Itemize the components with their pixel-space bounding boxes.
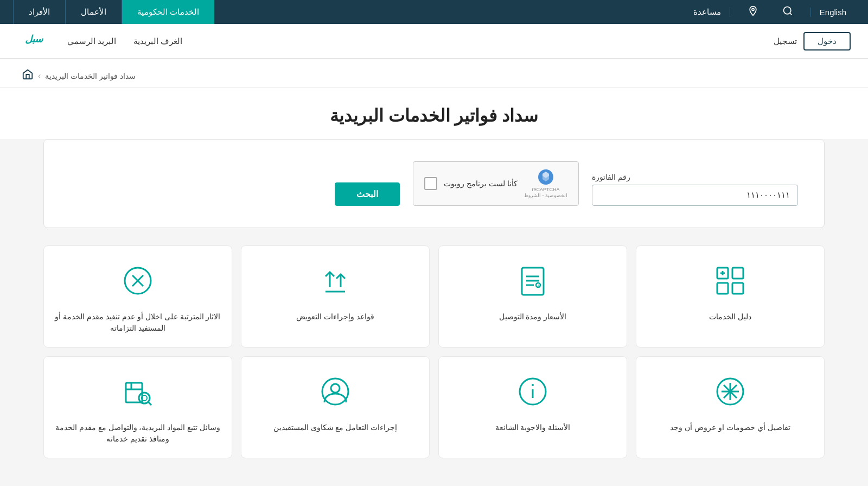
search-icon[interactable] — [776, 5, 800, 19]
svg-point-29 — [532, 384, 534, 386]
tab-business[interactable]: الأعمال — [65, 0, 122, 24]
card-prices-delivery-label: الأسعار ومدة التوصيل — [499, 311, 567, 323]
card-services-guide[interactable]: دليل الخدمات — [636, 245, 825, 348]
cards-section: دليل الخدمات ! الأسعار ومدة التوصيل — [0, 245, 868, 476]
svg-text:سبل: سبل — [25, 34, 44, 45]
breadcrumb: سداد فواتير الخدمات البريدية › — [0, 59, 868, 88]
card-compensation-label: قواعد وإجراءات التعويض — [296, 311, 374, 323]
breadcrumb-separator: › — [38, 71, 41, 81]
card-compensation[interactable]: قواعد وإجراءات التعويض — [241, 245, 430, 348]
official-mail-link[interactable]: البريد الرسمي — [67, 36, 116, 46]
top-nav-tabs: الخدمات الحكومية الأعمال الأفراد — [13, 0, 214, 24]
svg-point-0 — [783, 7, 790, 14]
svg-point-2 — [752, 8, 754, 10]
card-faq-label: الأسئلة والاجوبة الشائعة — [495, 422, 571, 433]
card-offers[interactable]: تفاصيل أي خصومات او عروض أن وجد — [636, 356, 825, 458]
help-link[interactable]: مساعدة — [685, 7, 730, 17]
svg-point-30 — [322, 378, 348, 405]
secondary-navigation: دخول تسجيل الغرف البريدية البريد الرسمي … — [0, 24, 868, 59]
tab-government[interactable]: الخدمات الحكومية — [122, 0, 214, 24]
card-complaints[interactable]: إجراءات التعامل مع شكاوى المستفيدين — [241, 356, 430, 458]
asterisk-icon — [713, 374, 748, 413]
invoice-field-group: رقم الفاتورة — [592, 173, 798, 206]
invoice-label: رقم الفاتورة — [592, 173, 630, 181]
info-circle-icon — [515, 374, 550, 413]
cards-grid: دليل الخدمات ! الأسعار ومدة التوصيل — [43, 245, 825, 458]
location-icon[interactable] — [741, 5, 765, 19]
card-breach-effects-label: الاثار المترتبة على اخلال أو عدم تنفيذ م… — [55, 311, 221, 334]
card-offers-label: تفاصيل أي خصومات او عروض أن وجد — [670, 422, 790, 433]
svg-rect-5 — [732, 268, 743, 279]
card-services-guide-label: دليل الخدمات — [709, 311, 751, 323]
box-search-icon — [120, 374, 155, 413]
svg-rect-6 — [717, 283, 728, 294]
login-button[interactable]: دخول — [803, 32, 851, 51]
spl-logo: سبل — [17, 28, 50, 54]
receipt-icon: ! — [515, 263, 550, 302]
breadcrumb-home[interactable] — [22, 68, 34, 83]
recaptcha-logo: reCAPTCHAالخصوصية - الشروط — [524, 168, 567, 199]
secondary-nav-right: الغرف البريدية البريد الرسمي سبل — [17, 28, 182, 54]
user-circle-icon — [318, 374, 353, 413]
postal-rooms-link[interactable]: الغرف البريدية — [133, 36, 182, 46]
recaptcha-brand: reCAPTCHAالخصوصية - الشروط — [524, 187, 567, 199]
english-link[interactable]: English — [810, 8, 855, 17]
invoice-input[interactable] — [592, 185, 798, 206]
secondary-nav-left: دخول تسجيل — [774, 32, 851, 51]
svg-line-36 — [148, 402, 151, 405]
card-tracking-label: وسائل تتبع المواد البريدية، والتواصل مع … — [55, 422, 221, 445]
svg-text:!: ! — [538, 283, 539, 288]
upload-arrows-icon — [318, 263, 353, 302]
svg-rect-7 — [732, 283, 743, 294]
breadcrumb-current: سداد فواتير الخدمات البريدية — [45, 72, 136, 80]
svg-point-31 — [331, 384, 340, 393]
card-faq[interactable]: الأسئلة والاجوبة الشائعة — [438, 356, 627, 458]
page-title: سداد فواتير الخدمات البريدية — [22, 105, 846, 126]
card-complaints-label: إجراءات التعامل مع شكاوى المستفيدين — [273, 422, 398, 433]
search-form: البحث reCAPTCHAالخصوصية - الشروط كأنا لس… — [43, 139, 825, 228]
svg-line-1 — [790, 12, 792, 15]
recaptcha-text: كأنا لست برنامج روبوت — [444, 179, 518, 188]
search-button[interactable]: البحث — [335, 182, 400, 206]
recaptcha-checkbox[interactable] — [424, 177, 437, 190]
register-button[interactable]: تسجيل — [774, 36, 797, 46]
card-breach-effects[interactable]: الاثار المترتبة على اخلال أو عدم تنفيذ م… — [43, 245, 232, 348]
card-tracking[interactable]: وسائل تتبع المواد البريدية، والتواصل مع … — [43, 356, 232, 458]
page-title-area: سداد فواتير الخدمات البريدية — [0, 88, 868, 139]
tab-individuals[interactable]: الأفراد — [13, 0, 65, 24]
card-prices-delivery[interactable]: ! الأسعار ومدة التوصيل — [438, 245, 627, 348]
top-nav-left: English مساعدة — [685, 5, 855, 19]
grid-icon — [713, 263, 748, 302]
recaptcha-widget[interactable]: reCAPTCHAالخصوصية - الشروط كأنا لست برنا… — [413, 161, 579, 206]
circle-x-icon — [120, 263, 155, 302]
top-navigation: English مساعدة الخدمات الحكومية الأعمال … — [0, 0, 868, 24]
